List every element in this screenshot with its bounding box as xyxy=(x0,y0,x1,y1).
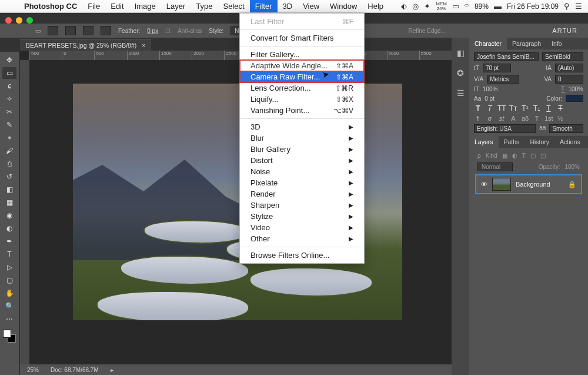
display-icon[interactable]: ▭ xyxy=(452,2,459,11)
visibility-icon[interactable]: 👁 xyxy=(481,181,487,188)
blend-mode-select[interactable]: Normal xyxy=(477,162,513,171)
lasso-tool[interactable]: ɕ xyxy=(2,80,16,92)
underline-button[interactable]: T xyxy=(544,104,553,112)
layer-row-background[interactable]: 👁 Background 🔒 xyxy=(475,174,582,194)
submenu-sharpen[interactable]: Sharpen▶ xyxy=(240,200,364,211)
app-name[interactable]: Photoshop CC xyxy=(19,2,82,11)
dock-color-icon[interactable]: ◧ xyxy=(457,48,465,58)
layer-filter-kind[interactable]: Kind xyxy=(486,152,497,159)
menu-filter[interactable]: Filter xyxy=(250,0,278,12)
shape-tool[interactable]: ▢ xyxy=(2,274,16,286)
wifi-icon[interactable]: ⌔ xyxy=(465,2,469,11)
baseline-value[interactable]: 0 pt xyxy=(485,95,495,102)
tracking-input[interactable]: 0 xyxy=(555,75,583,84)
zoom-tool[interactable]: 🔍 xyxy=(2,300,16,312)
filter-smart-icon[interactable]: ◫ xyxy=(540,152,546,159)
blur-tool[interactable]: ◉ xyxy=(2,210,16,221)
eraser-tool[interactable]: ◧ xyxy=(2,184,16,195)
evernote-icon[interactable]: ✦ xyxy=(424,2,430,11)
dodge-tool[interactable]: ◐ xyxy=(2,223,16,234)
foreground-swatch[interactable] xyxy=(3,330,11,338)
tab-character[interactable]: Character xyxy=(469,38,507,49)
menu-3d[interactable]: 3D xyxy=(278,0,298,12)
selection-add-icon[interactable] xyxy=(65,26,76,35)
menu-layer[interactable]: Layer xyxy=(161,0,191,12)
tab-paths[interactable]: Paths xyxy=(499,136,525,148)
tab-history[interactable]: History xyxy=(524,136,554,148)
submenu-blur-gallery[interactable]: Blur Gallery▶ xyxy=(240,144,364,155)
move-tool[interactable]: ✥ xyxy=(2,54,16,66)
pen-tool[interactable]: ✒ xyxy=(2,235,16,247)
submenu-render[interactable]: Render▶ xyxy=(240,188,364,200)
tab-paragraph[interactable]: Paragraph xyxy=(507,38,546,49)
selection-new-icon[interactable] xyxy=(48,26,58,35)
menu-lens-correction[interactable]: Lens Correction...⇧⌘R xyxy=(240,82,364,94)
antialias-label[interactable]: Anti-alias xyxy=(178,28,202,34)
submenu-stylize[interactable]: Stylize▶ xyxy=(240,211,364,222)
selection-sub-icon[interactable] xyxy=(83,26,93,35)
submenu-pixelate[interactable]: Pixelate▶ xyxy=(240,177,364,188)
type-tool[interactable]: T xyxy=(2,248,16,260)
window-maximize[interactable] xyxy=(26,17,33,24)
healing-brush-tool[interactable]: ⌖ xyxy=(2,132,16,144)
menu-type[interactable]: Type xyxy=(191,0,218,12)
antialias-select[interactable]: Smooth xyxy=(549,124,583,133)
menu-help[interactable]: Help xyxy=(362,0,389,12)
filter-pixel-icon[interactable]: ▦ xyxy=(502,152,507,159)
bold-button[interactable]: T xyxy=(474,104,482,112)
document-tab-close-icon[interactable]: × xyxy=(142,42,145,49)
language-select[interactable]: English: USA xyxy=(474,124,536,133)
doc-size[interactable]: Doc: 68.7M/68.7M xyxy=(51,367,99,373)
hand-tool[interactable]: ✋ xyxy=(2,287,16,299)
menu-browse-filters[interactable]: Browse Filters Online... xyxy=(240,250,364,261)
status-arrow-icon[interactable]: ▸ xyxy=(111,367,113,373)
auto-select-icon[interactable]: ▭ xyxy=(35,28,41,34)
ruler-vertical[interactable] xyxy=(20,60,29,364)
vscale-value[interactable]: 100% xyxy=(483,86,498,92)
menu-view[interactable]: View xyxy=(298,0,325,12)
strike-button[interactable]: T xyxy=(556,104,564,112)
lock-icon[interactable]: 🔒 xyxy=(568,181,576,188)
workspace-name[interactable]: ARTUR xyxy=(552,27,577,34)
brush-tool[interactable]: 🖌 xyxy=(2,145,16,157)
edit-toolbar[interactable]: ⋯ xyxy=(2,313,16,325)
kerning-select[interactable]: Metrics xyxy=(487,75,519,84)
submenu-noise[interactable]: Noise▶ xyxy=(240,166,364,177)
menu-filter-gallery[interactable]: Filter Gallery... xyxy=(240,49,364,60)
submenu-blur[interactable]: Blur▶ xyxy=(240,132,364,144)
clone-stamp-tool[interactable]: ⎙ xyxy=(2,158,16,170)
submenu-3d[interactable]: 3D▶ xyxy=(240,121,364,132)
filter-type-icon[interactable]: T xyxy=(522,152,526,159)
filter-shape-icon[interactable]: ▢ xyxy=(530,152,536,159)
menu-edit[interactable]: Edit xyxy=(105,0,129,12)
path-select-tool[interactable]: ▷ xyxy=(2,261,16,273)
menu-convert-smart[interactable]: Convert for Smart Filters xyxy=(240,32,364,44)
magic-wand-tool[interactable]: ✧ xyxy=(2,93,16,105)
text-color-swatch[interactable] xyxy=(566,95,583,102)
refine-edge-button[interactable]: Refine Edge... xyxy=(409,28,446,34)
menu-file[interactable]: File xyxy=(82,0,105,12)
tab-info[interactable]: Info xyxy=(546,38,567,49)
allcaps-button[interactable]: TT xyxy=(497,104,506,112)
zoom-level[interactable]: 25% xyxy=(27,367,39,373)
eyedropper-tool[interactable]: ✎ xyxy=(2,119,16,131)
menu-adaptive-wide-angle[interactable]: Adaptive Wide Angle...⇧⌘A xyxy=(240,60,364,71)
history-brush-tool[interactable]: ↺ xyxy=(2,171,16,182)
menu-vanishing-point[interactable]: Vanishing Point...⌥⌘V xyxy=(240,105,364,116)
document-tab[interactable]: BEART PRESETS.jpg @ 25% (RGB/8#) × xyxy=(20,39,151,51)
submenu-video[interactable]: Video▶ xyxy=(240,222,364,233)
subscript-button[interactable]: T₁ xyxy=(533,104,541,112)
dropbox-icon[interactable]: ⬖ xyxy=(401,2,407,11)
menu-window[interactable]: Window xyxy=(325,0,362,12)
layer-name[interactable]: Background xyxy=(516,181,550,188)
feather-value[interactable]: 0 px xyxy=(147,28,158,34)
layer-thumbnail[interactable] xyxy=(492,178,511,191)
cc-icon[interactable]: ◎ xyxy=(412,2,419,11)
dock-brushes-icon[interactable]: ✪ xyxy=(457,68,464,78)
menu-image[interactable]: Image xyxy=(129,0,161,12)
crop-tool[interactable]: ✂ xyxy=(2,106,16,118)
font-family-select[interactable]: Josefin Sans SemiB... xyxy=(474,52,539,61)
submenu-distort[interactable]: Distort▶ xyxy=(240,155,364,166)
superscript-button[interactable]: T¹ xyxy=(521,104,529,112)
filter-adjust-icon[interactable]: ◐ xyxy=(512,152,517,159)
